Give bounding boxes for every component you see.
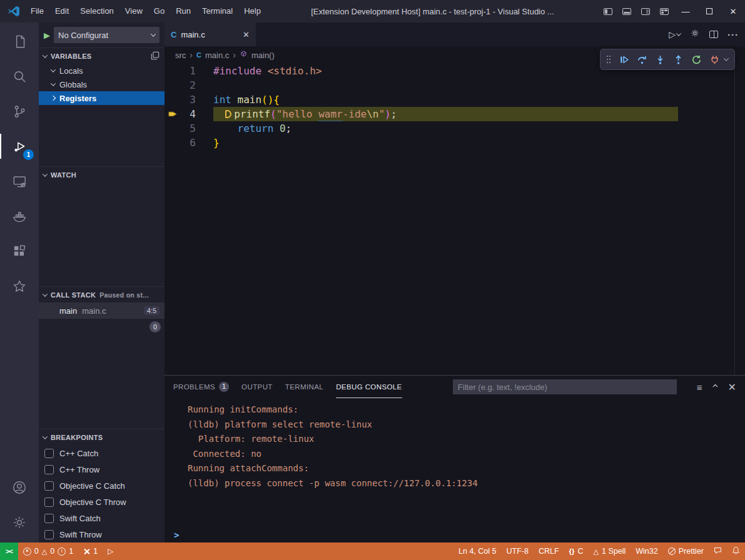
eol-status[interactable]: CRLF bbox=[534, 542, 564, 560]
debug-config-label: No Configurat bbox=[58, 31, 108, 40]
maximize-button[interactable] bbox=[697, 0, 721, 22]
toggle-sidebar-icon[interactable] bbox=[599, 0, 617, 22]
tab-terminal[interactable]: TERMINAL bbox=[285, 376, 323, 398]
instruction-pointer-icon[interactable] bbox=[165, 107, 181, 121]
stack-frame-row[interactable]: main main.c 4:5 bbox=[39, 302, 165, 319]
breadcrumb-symbol[interactable]: main() bbox=[251, 51, 275, 60]
gear-icon[interactable] bbox=[690, 28, 700, 41]
search-icon[interactable] bbox=[0, 59, 39, 94]
debug-config-dropdown[interactable]: No Configurat bbox=[54, 27, 160, 43]
filter-lines-icon[interactable]: ≡ bbox=[697, 382, 702, 392]
customize-layout-icon[interactable] bbox=[655, 0, 674, 22]
breakpoint-label: C++ Throw bbox=[59, 465, 99, 474]
breakpoint-item[interactable]: Objective C Catch bbox=[39, 478, 165, 494]
cursor-position[interactable]: Ln 4, Col 5 bbox=[454, 542, 501, 560]
breakpoint-checkbox[interactable] bbox=[44, 481, 54, 491]
step-over-button[interactable] bbox=[636, 53, 648, 66]
encoding-status[interactable]: UTF-8 bbox=[502, 542, 534, 560]
tab-problems[interactable]: PROBLEMS 1 bbox=[173, 376, 229, 398]
minimize-button[interactable]: — bbox=[674, 0, 697, 22]
section-title: WATCH bbox=[51, 171, 76, 179]
spell-status[interactable]: △ 1 Spell bbox=[589, 542, 631, 560]
collapse-all-icon[interactable] bbox=[151, 51, 160, 61]
menu-item[interactable]: Edit bbox=[49, 0, 74, 22]
breakpoint-checkbox[interactable] bbox=[44, 514, 54, 523]
platform-status[interactable]: Win32 bbox=[631, 542, 662, 560]
breadcrumb-src[interactable]: src bbox=[175, 51, 186, 60]
tab-debug-console[interactable]: DEBUG CONSOLE bbox=[336, 376, 402, 398]
breakpoints-section: BREAKPOINTS C++ CatchC++ ThrowObjective … bbox=[39, 429, 165, 542]
breakpoint-item[interactable]: Swift Throw bbox=[39, 526, 165, 542]
docker-icon[interactable] bbox=[0, 199, 39, 234]
drag-handle-icon[interactable] bbox=[607, 59, 608, 60]
remote-explorer-icon[interactable] bbox=[0, 164, 39, 199]
chevron-down-icon[interactable] bbox=[724, 56, 729, 61]
gutter bbox=[165, 92, 181, 107]
close-button[interactable]: ✕ bbox=[721, 0, 745, 22]
breakpoint-item[interactable]: Objective C Throw bbox=[39, 494, 165, 510]
breakpoint-checkbox[interactable] bbox=[44, 465, 54, 474]
account-icon[interactable] bbox=[0, 470, 39, 505]
variables-item-globals[interactable]: Globals bbox=[39, 78, 165, 91]
chevron-up-icon[interactable] bbox=[711, 381, 719, 392]
call-stack-section: CALL STACK Paused on st... main main.c 4… bbox=[39, 286, 165, 429]
extensions-icon[interactable] bbox=[0, 234, 39, 269]
breakpoint-item[interactable]: C++ Catch bbox=[39, 445, 165, 461]
more-actions-icon[interactable]: ··· bbox=[727, 29, 739, 40]
code-line: 2 bbox=[165, 78, 745, 92]
menu-item[interactable]: Selection bbox=[74, 0, 119, 22]
remote-indicator[interactable]: >< bbox=[0, 542, 18, 560]
split-editor-icon[interactable] bbox=[709, 31, 718, 38]
run-and-debug-icon[interactable]: 1 bbox=[0, 129, 39, 164]
notifications-status[interactable] bbox=[727, 542, 745, 560]
call-stack-header[interactable]: CALL STACK Paused on st... bbox=[39, 286, 165, 302]
breakpoint-checkbox[interactable] bbox=[44, 498, 54, 507]
variables-item-locals[interactable]: Locals bbox=[39, 64, 165, 78]
settings-gear-icon[interactable] bbox=[0, 505, 39, 540]
problems-status[interactable]: ✕ 0 △ 0 i 1 bbox=[18, 542, 78, 560]
close-panel-icon[interactable]: ✕ bbox=[728, 381, 736, 393]
breakpoint-item[interactable]: C++ Throw bbox=[39, 461, 165, 478]
variables-item-registers[interactable]: Registers bbox=[39, 91, 165, 105]
start-debug-icon[interactable]: ▶ bbox=[44, 31, 50, 40]
activity-bar: 1 bbox=[0, 22, 39, 542]
breakpoints-header[interactable]: BREAKPOINTS bbox=[39, 429, 165, 445]
menu-item[interactable]: Terminal bbox=[196, 0, 238, 22]
star-icon[interactable] bbox=[0, 269, 39, 304]
explorer-icon[interactable] bbox=[0, 24, 39, 59]
console-input[interactable]: > bbox=[165, 528, 745, 542]
tab-close-icon[interactable]: ✕ bbox=[243, 30, 250, 39]
step-out-button[interactable] bbox=[672, 53, 684, 66]
editor[interactable]: 1#include <stdio.h>23int main(){4 printf… bbox=[165, 64, 745, 375]
menu-item[interactable]: View bbox=[119, 0, 148, 22]
toggle-secondary-sidebar-icon[interactable] bbox=[636, 0, 655, 22]
watch-header[interactable]: WATCH bbox=[39, 166, 165, 182]
tools-status[interactable]: 1 bbox=[78, 542, 103, 560]
run-file-icon[interactable]: ▷ bbox=[669, 29, 681, 39]
formatter-status[interactable]: Prettier bbox=[663, 542, 709, 560]
restart-button[interactable] bbox=[690, 53, 702, 66]
tab-main-c[interactable]: C main.c ✕ bbox=[165, 22, 256, 46]
console-filter-input[interactable] bbox=[453, 379, 677, 394]
menu-item[interactable]: File bbox=[25, 0, 49, 22]
menu-item[interactable]: Help bbox=[238, 0, 266, 22]
breakpoint-checkbox[interactable] bbox=[44, 530, 54, 539]
breakpoints-list: C++ CatchC++ ThrowObjective C CatchObjec… bbox=[39, 445, 165, 542]
breakpoint-checkbox[interactable] bbox=[44, 449, 54, 458]
code-line: 6} bbox=[165, 136, 745, 150]
feedback-status[interactable] bbox=[709, 542, 727, 560]
breadcrumb-file[interactable]: main.c bbox=[205, 51, 229, 60]
tab-output[interactable]: OUTPUT bbox=[241, 376, 273, 398]
toggle-panel-icon[interactable] bbox=[617, 0, 636, 22]
vscode-logo bbox=[8, 5, 20, 18]
menu-item[interactable]: Go bbox=[148, 0, 170, 22]
source-control-icon[interactable] bbox=[0, 94, 39, 129]
debug-status[interactable]: ▷ bbox=[103, 542, 118, 560]
step-into-button[interactable] bbox=[654, 53, 666, 66]
language-status[interactable]: {} C bbox=[564, 542, 589, 560]
continue-button[interactable] bbox=[617, 53, 630, 66]
breakpoint-item[interactable]: Swift Catch bbox=[39, 510, 165, 526]
variables-header[interactable]: VARIABLES bbox=[39, 48, 165, 64]
disconnect-button[interactable] bbox=[708, 53, 721, 66]
menu-item[interactable]: Run bbox=[170, 0, 196, 22]
